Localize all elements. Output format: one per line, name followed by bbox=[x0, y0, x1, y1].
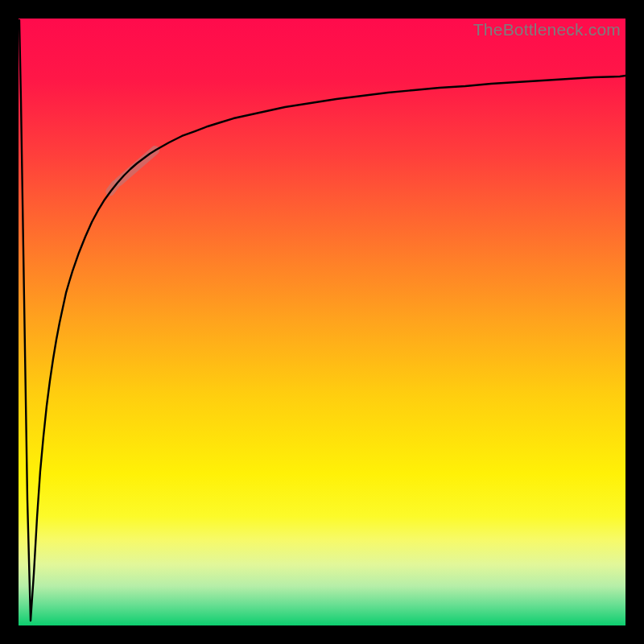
chart-curve-layer bbox=[19, 19, 625, 625]
bottleneck-curve bbox=[19, 20, 625, 621]
plot-area: TheBottleneck.com bbox=[19, 19, 625, 625]
highlight-segments bbox=[110, 151, 155, 192]
chart-stage: TheBottleneck.com bbox=[0, 0, 644, 644]
